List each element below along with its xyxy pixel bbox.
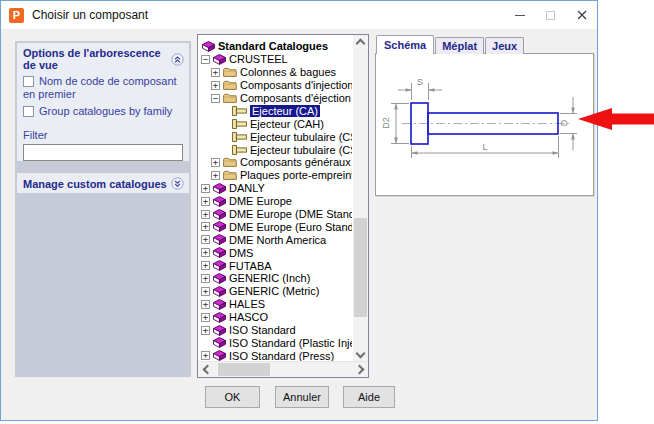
tree-horizontal-scrollbar[interactable] <box>198 361 368 377</box>
checkbox[interactable] <box>23 76 34 87</box>
manage-group-header[interactable]: Manage custom catalogues <box>17 173 189 193</box>
tree-item[interactable]: +GENERIC (Metric) <box>199 285 352 298</box>
filter-input[interactable] <box>23 144 183 161</box>
tree-item-label[interactable]: Colonnes & bagues <box>240 66 336 78</box>
tree-item[interactable]: −Composants d'éjection <box>199 92 352 105</box>
checkbox-row-group-by-family[interactable]: Group catalogues by family <box>17 104 189 119</box>
tree-item-label[interactable]: Ejecteur (CAH) <box>250 118 324 130</box>
expand-plus-icon[interactable]: + <box>211 171 220 180</box>
tree-item-label[interactable]: GENERIC (Inch) <box>229 272 310 284</box>
tree-item[interactable]: +DME North America <box>199 233 352 246</box>
tree-item[interactable]: +Composants généraux <box>199 156 352 169</box>
tree-item[interactable]: +ISO Standard (Press) <box>199 349 352 361</box>
expand-plus-icon[interactable]: + <box>201 184 210 193</box>
tree-item-label[interactable]: HALES <box>229 298 265 310</box>
vertical-scrollbar-thumb[interactable] <box>354 218 367 317</box>
expand-plus-icon[interactable]: + <box>201 235 210 244</box>
tree-item[interactable]: −CRUSTEEL <box>199 53 352 66</box>
expand-plus-icon[interactable]: + <box>211 81 220 90</box>
book-icon <box>213 54 226 65</box>
tree-item[interactable]: +HALES <box>199 298 352 311</box>
tab-jeux[interactable]: Jeux <box>485 37 524 54</box>
tree-item-label[interactable]: Standard Catalogues <box>218 40 328 52</box>
tree-item-label[interactable]: FUTABA <box>229 260 272 272</box>
expand-plus-icon[interactable]: + <box>201 222 210 231</box>
expand-plus-icon[interactable]: + <box>201 313 210 322</box>
tree-item-label[interactable]: Ejecteur tubulaire (CSH) <box>250 144 352 156</box>
expand-plus-icon[interactable]: + <box>201 210 210 219</box>
tree-item[interactable]: +FUTABA <box>199 259 352 272</box>
checkbox[interactable] <box>23 106 34 117</box>
help-button[interactable]: Aide <box>343 386 395 408</box>
expand-plus-icon[interactable]: + <box>201 326 210 335</box>
ok-button[interactable]: OK <box>205 386 260 408</box>
tree-item-label[interactable]: DME Europe <box>229 195 292 207</box>
title-bar[interactable]: P Choisir un composant <box>1 1 597 29</box>
preview-tabs: Schéma Méplat Jeux <box>376 34 525 54</box>
tree-item[interactable]: +DME Europe (DME Standard) <box>199 208 352 221</box>
expand-plus-icon[interactable]: + <box>201 351 210 360</box>
tree-item[interactable]: +DMS <box>199 246 352 259</box>
tab-meplat[interactable]: Méplat <box>435 37 484 54</box>
tree-item[interactable]: +Composants d'injection <box>199 79 352 92</box>
tree-item[interactable]: +DME Europe (Euro Standard) <box>199 220 352 233</box>
checkbox-row-code-first[interactable]: Nom de code de composant en premier <box>17 74 189 102</box>
tree-item[interactable]: Ejecteur tubulaire (CSH) <box>199 143 352 156</box>
tree-item[interactable]: Ejecteur (CAH) <box>199 117 352 130</box>
scroll-down-arrow[interactable] <box>353 348 368 362</box>
tree-item-label[interactable]: DANLY <box>229 182 265 194</box>
cancel-button[interactable]: Annuler <box>275 386 329 408</box>
options-group-header[interactable]: Options de l'arborescence de vue <box>17 43 189 74</box>
tree-item-label[interactable]: Plaques porte-empreinte ple <box>240 169 352 181</box>
tree-item-label[interactable]: Composants généraux <box>240 156 351 168</box>
tree-item[interactable]: +DANLY <box>199 182 352 195</box>
close-button[interactable] <box>566 1 597 29</box>
tree-item-label[interactable]: HASCO <box>229 311 268 323</box>
tree-item[interactable]: ISO Standard (Plastic Injection <box>199 336 352 349</box>
tree-item-label[interactable]: GENERIC (Metric) <box>229 285 319 297</box>
tree-item-label[interactable]: Composants d'injection <box>240 79 352 91</box>
tab-schema[interactable]: Schéma <box>376 35 434 54</box>
scroll-right-arrow[interactable] <box>353 362 368 376</box>
minimize-button[interactable] <box>504 1 535 29</box>
tree-item[interactable]: Ejecteur (CA) <box>199 104 352 117</box>
tree-item[interactable]: +HASCO <box>199 311 352 324</box>
tree-item-label[interactable]: DME North America <box>229 234 326 246</box>
tree-item-label[interactable]: CRUSTEEL <box>229 53 288 65</box>
tree-item-label[interactable]: DME Europe (Euro Standard) <box>229 221 352 233</box>
expand-plus-icon[interactable]: + <box>201 261 210 270</box>
tree-item[interactable]: +DME Europe <box>199 195 352 208</box>
collapse-minus-icon[interactable]: − <box>211 94 220 103</box>
tree-item-label[interactable]: Composants d'éjection <box>240 92 351 104</box>
scroll-up-arrow[interactable] <box>353 35 368 49</box>
expand-plus-icon[interactable]: + <box>201 274 210 283</box>
tree-item-label[interactable]: Ejecteur (CA) <box>250 105 320 117</box>
tree-item-label[interactable]: ISO Standard (Press) <box>229 350 334 361</box>
tree-vertical-scrollbar[interactable] <box>353 35 368 362</box>
tree-item-label[interactable]: Ejecteur tubulaire (CS) <box>250 131 352 143</box>
expand-plus-icon[interactable]: + <box>201 197 210 206</box>
expand-plus-icon[interactable]: + <box>211 158 220 167</box>
tree-item[interactable]: +Colonnes & bagues <box>199 66 352 79</box>
tree-item[interactable]: Standard Catalogues <box>199 40 352 53</box>
tree-item-label[interactable]: ISO Standard (Plastic Injection <box>229 337 352 349</box>
expand-plus-icon[interactable]: + <box>201 300 210 309</box>
tree-item[interactable]: +ISO Standard <box>199 324 352 337</box>
tree-item-label[interactable]: DMS <box>229 247 253 259</box>
scroll-left-arrow[interactable] <box>198 362 213 376</box>
horizontal-scrollbar-thumb[interactable] <box>218 363 270 376</box>
tree-item[interactable]: +Plaques porte-empreinte ple <box>199 169 352 182</box>
dim-label-d: D <box>559 119 569 126</box>
tree-item-label[interactable]: ISO Standard <box>229 324 296 336</box>
maximize-icon <box>546 11 555 20</box>
collapse-minus-icon[interactable]: − <box>201 55 210 64</box>
collapse-chevron-icon[interactable] <box>171 53 184 66</box>
expand-plus-icon[interactable]: + <box>201 287 210 296</box>
expand-plus-icon[interactable]: + <box>201 248 210 257</box>
tree-item[interactable]: Ejecteur tubulaire (CS) <box>199 130 352 143</box>
expand-chevron-icon[interactable] <box>171 177 184 190</box>
tree-item-label[interactable]: DME Europe (DME Standard) <box>229 208 352 220</box>
tree-item[interactable]: +GENERIC (Inch) <box>199 272 352 285</box>
window-title: Choisir un composant <box>32 8 148 22</box>
expand-plus-icon[interactable]: + <box>211 68 220 77</box>
